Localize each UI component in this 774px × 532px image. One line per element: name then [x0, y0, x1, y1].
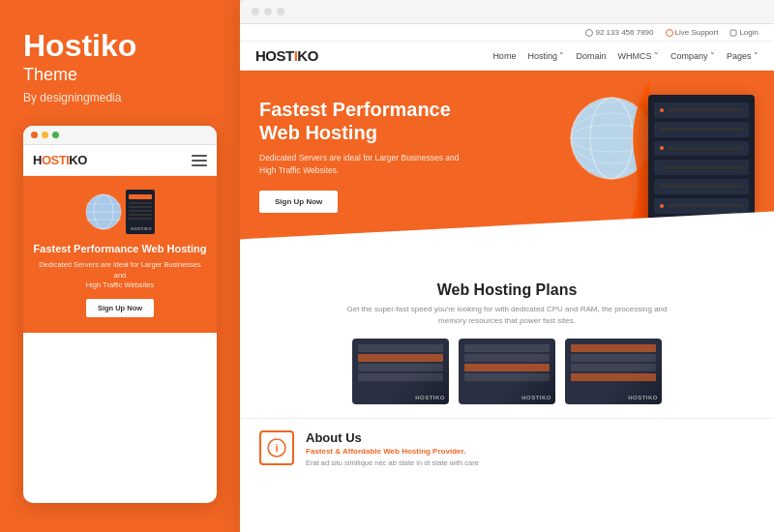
brand-subtitle: Theme	[23, 65, 217, 85]
nav-company[interactable]: Company ˅	[670, 51, 715, 61]
server-led-3	[660, 204, 664, 208]
pc-row-4	[464, 344, 550, 352]
svg-point-5	[586, 29, 593, 36]
site-header: 92 133 456 7890 Live Support Login HOSTI…	[240, 24, 774, 71]
server-led-2	[660, 146, 664, 150]
about-subtitle: Fastest & Affordable Web Hosting Provide…	[306, 447, 479, 456]
pc-label: HOSTIKO	[415, 395, 445, 400]
hero-title: Fastest Performance Web Hosting	[259, 98, 491, 144]
topbar-phone: 92 133 456 7890	[585, 28, 653, 37]
server-bar	[667, 108, 743, 111]
pc-row-accent-2	[464, 364, 550, 371]
svg-rect-7	[730, 30, 736, 36]
server-bar-4	[660, 166, 743, 169]
nav-domain[interactable]: Domain	[576, 51, 606, 61]
server-row-3	[654, 141, 749, 157]
server-row-4	[654, 160, 749, 175]
mobile-signup-button[interactable]: Sign Up Now	[86, 299, 154, 317]
server-row-2	[654, 122, 749, 137]
about-text: About Us Fastest & Affordable Web Hostin…	[306, 430, 479, 469]
browser-dot-1	[252, 8, 259, 15]
pc-row-5	[464, 354, 550, 362]
server-row-1	[654, 103, 749, 118]
pc-row-3	[358, 373, 443, 381]
hero-desc: Dedicated Servers are ideal for Larger B…	[259, 152, 491, 177]
server-led	[660, 108, 664, 112]
left-panel: Hostiko Theme By designingmedia HOSTIKO	[0, 0, 240, 532]
pc-row-accent-3	[571, 344, 656, 352]
about-section: i About Us Fastest & Affordable Web Host…	[240, 418, 774, 481]
server-row-6	[654, 198, 749, 214]
mobile-hero-image: HOSTIKO	[33, 190, 207, 234]
mobile-logo: HOSTIKO	[33, 153, 87, 167]
mobile-hero-title: Fastest Performance Web Hosting	[33, 242, 207, 255]
site-topbar: 92 133 456 7890 Live Support Login	[240, 24, 774, 42]
pc-row-6	[464, 373, 550, 381]
mobile-preview-bar	[23, 126, 217, 145]
pc-row	[358, 344, 443, 352]
login-icon	[729, 29, 737, 37]
dot-green	[52, 132, 59, 138]
server-bar-5	[660, 185, 743, 188]
right-panel-browser: 92 133 456 7890 Live Support Login HOSTI…	[240, 0, 774, 532]
mobile-hero-subtitle: Dedicated Servers are ideal for Larger B…	[33, 260, 207, 291]
nav-links: Home Hosting ˅ Domain WHMCS ˅ Company ˅ …	[492, 51, 759, 61]
plan-card-3[interactable]: HOSTIKO	[565, 339, 662, 404]
hero-content: Fastest Performance Web Hosting Dedicate…	[259, 98, 491, 213]
browser-dot-3	[277, 8, 284, 15]
site-logo: HOSTIKO	[255, 47, 318, 64]
pc-label-2: HOSTIKO	[521, 395, 551, 400]
nav-home[interactable]: Home	[492, 51, 516, 61]
about-title: About Us	[306, 430, 479, 445]
mini-server: HOSTIKO	[126, 190, 155, 234]
about-icon-wrap: i	[259, 430, 294, 465]
topbar-live-support: Live Support	[666, 28, 719, 37]
site-hero-section: Fastest Performance Web Hosting Dedicate…	[240, 71, 774, 264]
pc-row-accent	[358, 354, 443, 362]
pc-row-accent-4	[571, 373, 656, 381]
brand-by: By designingmedia	[23, 91, 217, 104]
dot-yellow	[42, 132, 48, 138]
globe-icon	[85, 193, 122, 230]
hero-signup-button[interactable]: Sign Up Now	[259, 191, 338, 213]
support-icon	[666, 29, 673, 37]
plans-desc: Get the super-fast speed you're looking …	[259, 304, 755, 327]
nav-hosting[interactable]: Hosting ˅	[527, 51, 564, 61]
nav-pages[interactable]: Pages ˅	[727, 51, 759, 61]
plans-title: Web Hosting Plans	[259, 281, 755, 299]
mobile-nav: HOSTIKO	[23, 145, 217, 176]
pc-row-7	[571, 354, 656, 362]
server-row-5	[654, 179, 749, 194]
plans-section: Web Hosting Plans Get the super-fast spe…	[240, 264, 774, 418]
mobile-preview-card: HOSTIKO HOSTIKO	[23, 126, 217, 503]
plan-cards-container: HOSTIKO HOSTIKO	[259, 339, 755, 404]
server-bar-6	[667, 204, 743, 207]
hero-diagonal	[240, 211, 774, 264]
server-bar-2	[660, 128, 743, 131]
phone-icon	[585, 29, 593, 37]
mobile-hero-section: HOSTIKO Fastest Performance Web Hosting …	[23, 176, 217, 333]
about-body: Erat ad situ similique nec ab state in o…	[306, 458, 479, 469]
brand-title: Hostiko	[23, 29, 217, 63]
pc-row-2	[358, 364, 443, 371]
plan-card-2[interactable]: HOSTIKO	[459, 339, 555, 404]
site-nav: HOSTIKO Home Hosting ˅ Domain WHMCS ˅ Co…	[240, 42, 774, 70]
nav-whmcs[interactable]: WHMCS ˅	[617, 51, 659, 61]
hamburger-icon[interactable]	[192, 155, 207, 166]
server-bar-3	[667, 147, 743, 150]
about-info-icon: i	[267, 438, 286, 458]
pc-label-3: HOSTIKO	[628, 395, 658, 400]
plan-card-1[interactable]: HOSTIKO	[352, 339, 449, 404]
browser-dot-2	[264, 8, 272, 15]
svg-point-6	[666, 29, 672, 36]
svg-text:i: i	[275, 442, 278, 454]
topbar-login[interactable]: Login	[729, 28, 759, 37]
dot-red	[31, 132, 38, 138]
browser-bar	[240, 0, 774, 24]
pc-row-8	[571, 364, 656, 371]
